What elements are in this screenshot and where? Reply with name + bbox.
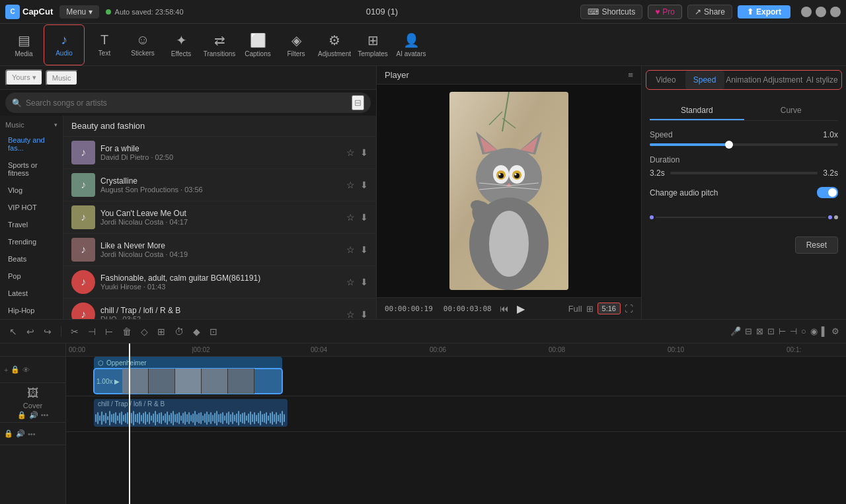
track-lock-btn-cover[interactable]: 🔒 xyxy=(17,411,26,419)
effects-tool[interactable]: ✦ Effects xyxy=(163,26,200,63)
yours-dropdown[interactable]: Yours ▾ xyxy=(5,69,43,86)
filter-button[interactable]: ⊟ xyxy=(352,95,364,110)
track-favorite-3[interactable]: ☆ xyxy=(346,212,355,223)
audio-tool[interactable]: ♪ Audio xyxy=(46,26,83,63)
search-bar[interactable]: 🔍 ⊟ xyxy=(5,92,371,113)
play-button[interactable]: ▶ xyxy=(517,303,525,315)
track-download-3[interactable]: ⬇ xyxy=(360,212,368,223)
tab-animation[interactable]: Animation xyxy=(724,71,763,89)
track-download-2[interactable]: ⬇ xyxy=(360,180,368,190)
maximize-button[interactable] xyxy=(816,7,826,17)
tab-adjustment[interactable]: Adjustment xyxy=(763,71,802,89)
speed-slider[interactable] xyxy=(650,143,838,146)
full-quality-button[interactable]: Full xyxy=(568,304,582,314)
music-tab[interactable]: Music xyxy=(46,70,78,86)
category-beauty[interactable]: Beauty and fas... xyxy=(3,132,60,156)
track-crystalline[interactable]: ♪ Crystalline August Son Productions · 0… xyxy=(63,169,376,201)
category-hiphop[interactable]: Hip-Hop xyxy=(3,303,60,318)
fullscreen-button[interactable]: ⛶ xyxy=(625,304,633,314)
tl-settings[interactable]: ⚙ xyxy=(831,326,839,336)
music-category-header[interactable]: Music ▾ xyxy=(0,118,63,131)
export-button[interactable]: ⬆ Export xyxy=(738,5,790,18)
track-eye-btn[interactable]: 👁 xyxy=(22,365,30,374)
templates-tool[interactable]: ⊞ Templates xyxy=(354,26,391,63)
crop-button[interactable]: ⊡ xyxy=(207,325,220,338)
duration-slider[interactable] xyxy=(670,172,818,174)
ai-avatars-tool[interactable]: 👤 AI avatars xyxy=(393,26,430,63)
adjustment-tool[interactable]: ⚙ Adjustment xyxy=(316,26,353,63)
split-button[interactable]: ✂ xyxy=(68,325,81,338)
track-favorite-1[interactable]: ☆ xyxy=(346,147,355,158)
audio-pitch-toggle[interactable] xyxy=(817,187,838,198)
track-for-a-while[interactable]: ♪ For a while David Di Pietro · 02:50 ☆ … xyxy=(63,137,376,169)
category-pop[interactable]: Pop xyxy=(3,268,60,284)
video-clip[interactable]: 1.00x ▶ xyxy=(94,369,282,394)
sub-tab-curve[interactable]: Curve xyxy=(744,102,839,120)
delete-button[interactable]: 🗑 xyxy=(120,325,134,338)
transitions-tool[interactable]: ⇄ Transitions xyxy=(201,26,238,63)
select-tool[interactable]: ↖ xyxy=(7,325,20,338)
redo-button[interactable]: ↪ xyxy=(41,325,54,338)
freeze-button[interactable]: ◇ xyxy=(138,325,151,338)
track-audio-btn[interactable]: 🔊 xyxy=(29,411,38,419)
track-favorite-6[interactable]: ☆ xyxy=(346,309,355,319)
media-tool[interactable]: ▤ Media xyxy=(5,26,42,63)
tl-btn-3[interactable]: ⊠ xyxy=(756,326,763,336)
text-tool[interactable]: T Text xyxy=(86,26,123,63)
track-chill-trap[interactable]: ♪ chill / Trap / lofi / R & B DHO · 03:5… xyxy=(63,299,376,319)
speed-slider-thumb[interactable] xyxy=(725,141,733,149)
tl-btn-4[interactable]: ⊡ xyxy=(767,326,775,336)
trim-right[interactable]: ⊢ xyxy=(102,325,116,338)
frame-step-back[interactable]: ⏮ xyxy=(497,302,512,315)
stickers-tool[interactable]: ☺ Stickers xyxy=(124,26,161,63)
category-vip[interactable]: VIP HOT xyxy=(3,199,60,215)
track-lock-btn[interactable]: 🔒 xyxy=(11,365,20,374)
category-latest[interactable]: Latest xyxy=(3,285,60,301)
pro-button[interactable]: ♥ Pro xyxy=(648,5,682,19)
track-audio-vol[interactable]: 🔊 xyxy=(16,429,25,438)
track-like-a-never[interactable]: ♪ Like a Never More Jordi Nicolau Costa … xyxy=(63,234,376,266)
minimize-button[interactable] xyxy=(801,7,812,17)
tab-speed[interactable]: Speed xyxy=(685,71,724,89)
category-vlog[interactable]: Vlog xyxy=(3,182,60,198)
category-travel[interactable]: Travel xyxy=(3,217,60,233)
track-lock-audio[interactable]: 🔒 xyxy=(4,429,13,438)
tab-ai-stylize[interactable]: AI stylize xyxy=(802,71,841,89)
category-sports[interactable]: Sports or fitness xyxy=(3,157,60,181)
track-fashionable[interactable]: ♪ Fashionable, adult, calm guitar BGM(86… xyxy=(63,266,376,299)
tab-video[interactable]: Video xyxy=(646,71,685,89)
tl-btn-7[interactable]: ○ xyxy=(801,326,806,336)
trim-left[interactable]: ⊣ xyxy=(85,325,98,338)
track-favorite-5[interactable]: ☆ xyxy=(346,277,355,287)
audio-clip[interactable]: chill / Trap / lofi / R & B xyxy=(94,399,288,427)
category-trending[interactable]: Trending xyxy=(3,234,60,250)
keyframe-button[interactable]: ◆ xyxy=(190,325,203,338)
tl-btn-5[interactable]: ⊢ xyxy=(779,326,786,336)
captions-tool[interactable]: ⬜ Captions xyxy=(239,26,276,63)
filters-tool[interactable]: ◈ Filters xyxy=(278,26,315,63)
search-input[interactable] xyxy=(26,98,348,108)
snap-button[interactable]: ⊟ xyxy=(745,326,752,336)
undo-button[interactable]: ↩ xyxy=(24,325,37,338)
track-you-cant[interactable]: ♪ You Can't Leave Me Out Jordi Nicolau C… xyxy=(63,201,376,234)
track-favorite-4[interactable]: ☆ xyxy=(346,244,355,255)
speed-button[interactable]: ⏱ xyxy=(172,325,186,338)
tl-btn-8[interactable]: ◉ xyxy=(810,326,818,336)
track-more-btn[interactable]: ••• xyxy=(41,411,49,419)
track-add-btn[interactable]: + xyxy=(4,365,8,374)
tl-btn-6[interactable]: ⊣ xyxy=(790,326,797,336)
sub-tab-standard[interactable]: Standard xyxy=(650,102,744,120)
shortcuts-button[interactable]: ⌨ Shortcuts xyxy=(580,5,642,19)
track-favorite-2[interactable]: ☆ xyxy=(346,180,355,190)
track-download-6[interactable]: ⬇ xyxy=(360,309,368,319)
close-button[interactable] xyxy=(830,7,841,17)
menu-button[interactable]: Menu ▾ xyxy=(59,5,98,18)
track-download-4[interactable]: ⬇ xyxy=(360,244,368,255)
aspect-ratio-button[interactable]: ⊞ xyxy=(586,304,594,314)
track-more-audio[interactable]: ••• xyxy=(28,429,36,438)
reset-button[interactable]: Reset xyxy=(795,236,838,254)
share-button[interactable]: ↗ Share xyxy=(687,5,732,19)
time-badge[interactable]: 5:16 xyxy=(597,303,621,314)
track-download-1[interactable]: ⬇ xyxy=(360,147,368,158)
track-download-5[interactable]: ⬇ xyxy=(360,277,368,287)
